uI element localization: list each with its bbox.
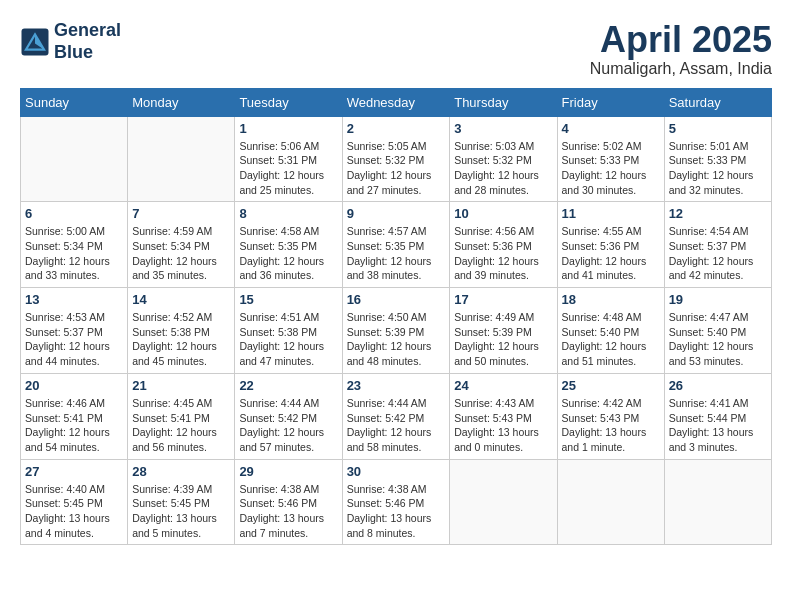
day-number: 2 <box>347 121 446 136</box>
day-number: 27 <box>25 464 123 479</box>
calendar-header: SundayMondayTuesdayWednesdayThursdayFrid… <box>21 88 772 116</box>
day-number: 25 <box>562 378 660 393</box>
calendar-week-row: 13Sunrise: 4:53 AM Sunset: 5:37 PM Dayli… <box>21 288 772 374</box>
day-info: Sunrise: 4:53 AM Sunset: 5:37 PM Dayligh… <box>25 310 123 369</box>
weekday-header-saturday: Saturday <box>664 88 771 116</box>
weekday-header-wednesday: Wednesday <box>342 88 450 116</box>
day-info: Sunrise: 4:38 AM Sunset: 5:46 PM Dayligh… <box>347 482 446 541</box>
calendar-day-cell: 22Sunrise: 4:44 AM Sunset: 5:42 PM Dayli… <box>235 373 342 459</box>
logo: General Blue <box>20 20 121 63</box>
calendar-day-cell <box>664 459 771 545</box>
day-number: 29 <box>239 464 337 479</box>
day-info: Sunrise: 4:59 AM Sunset: 5:34 PM Dayligh… <box>132 224 230 283</box>
calendar-day-cell: 7Sunrise: 4:59 AM Sunset: 5:34 PM Daylig… <box>128 202 235 288</box>
calendar-day-cell: 10Sunrise: 4:56 AM Sunset: 5:36 PM Dayli… <box>450 202 557 288</box>
calendar-day-cell: 29Sunrise: 4:38 AM Sunset: 5:46 PM Dayli… <box>235 459 342 545</box>
calendar-day-cell: 25Sunrise: 4:42 AM Sunset: 5:43 PM Dayli… <box>557 373 664 459</box>
calendar-day-cell: 18Sunrise: 4:48 AM Sunset: 5:40 PM Dayli… <box>557 288 664 374</box>
day-number: 30 <box>347 464 446 479</box>
day-info: Sunrise: 5:03 AM Sunset: 5:32 PM Dayligh… <box>454 139 552 198</box>
day-number: 10 <box>454 206 552 221</box>
day-number: 13 <box>25 292 123 307</box>
logo-line1: General <box>54 20 121 42</box>
day-number: 21 <box>132 378 230 393</box>
day-number: 3 <box>454 121 552 136</box>
day-number: 17 <box>454 292 552 307</box>
day-info: Sunrise: 5:06 AM Sunset: 5:31 PM Dayligh… <box>239 139 337 198</box>
day-number: 12 <box>669 206 767 221</box>
calendar-day-cell: 12Sunrise: 4:54 AM Sunset: 5:37 PM Dayli… <box>664 202 771 288</box>
day-info: Sunrise: 4:44 AM Sunset: 5:42 PM Dayligh… <box>239 396 337 455</box>
calendar-day-cell: 21Sunrise: 4:45 AM Sunset: 5:41 PM Dayli… <box>128 373 235 459</box>
day-number: 9 <box>347 206 446 221</box>
day-info: Sunrise: 4:45 AM Sunset: 5:41 PM Dayligh… <box>132 396 230 455</box>
logo-line2: Blue <box>54 42 121 64</box>
calendar-day-cell: 2Sunrise: 5:05 AM Sunset: 5:32 PM Daylig… <box>342 116 450 202</box>
calendar-day-cell: 17Sunrise: 4:49 AM Sunset: 5:39 PM Dayli… <box>450 288 557 374</box>
weekday-header-tuesday: Tuesday <box>235 88 342 116</box>
calendar-day-cell <box>557 459 664 545</box>
calendar-day-cell: 28Sunrise: 4:39 AM Sunset: 5:45 PM Dayli… <box>128 459 235 545</box>
day-number: 15 <box>239 292 337 307</box>
day-info: Sunrise: 4:58 AM Sunset: 5:35 PM Dayligh… <box>239 224 337 283</box>
calendar-day-cell <box>128 116 235 202</box>
day-info: Sunrise: 5:00 AM Sunset: 5:34 PM Dayligh… <box>25 224 123 283</box>
calendar-day-cell <box>450 459 557 545</box>
day-number: 18 <box>562 292 660 307</box>
day-info: Sunrise: 4:48 AM Sunset: 5:40 PM Dayligh… <box>562 310 660 369</box>
calendar-day-cell: 8Sunrise: 4:58 AM Sunset: 5:35 PM Daylig… <box>235 202 342 288</box>
title-area: April 2025 Numaligarh, Assam, India <box>590 20 772 78</box>
weekday-header-row: SundayMondayTuesdayWednesdayThursdayFrid… <box>21 88 772 116</box>
month-title: April 2025 <box>590 20 772 60</box>
day-number: 19 <box>669 292 767 307</box>
calendar-day-cell: 16Sunrise: 4:50 AM Sunset: 5:39 PM Dayli… <box>342 288 450 374</box>
calendar-table: SundayMondayTuesdayWednesdayThursdayFrid… <box>20 88 772 546</box>
calendar-day-cell: 4Sunrise: 5:02 AM Sunset: 5:33 PM Daylig… <box>557 116 664 202</box>
day-info: Sunrise: 4:51 AM Sunset: 5:38 PM Dayligh… <box>239 310 337 369</box>
calendar-day-cell: 23Sunrise: 4:44 AM Sunset: 5:42 PM Dayli… <box>342 373 450 459</box>
day-info: Sunrise: 5:01 AM Sunset: 5:33 PM Dayligh… <box>669 139 767 198</box>
calendar-week-row: 20Sunrise: 4:46 AM Sunset: 5:41 PM Dayli… <box>21 373 772 459</box>
calendar-day-cell: 20Sunrise: 4:46 AM Sunset: 5:41 PM Dayli… <box>21 373 128 459</box>
weekday-header-friday: Friday <box>557 88 664 116</box>
day-number: 28 <box>132 464 230 479</box>
weekday-header-thursday: Thursday <box>450 88 557 116</box>
calendar-week-row: 6Sunrise: 5:00 AM Sunset: 5:34 PM Daylig… <box>21 202 772 288</box>
day-info: Sunrise: 4:47 AM Sunset: 5:40 PM Dayligh… <box>669 310 767 369</box>
day-info: Sunrise: 4:49 AM Sunset: 5:39 PM Dayligh… <box>454 310 552 369</box>
day-number: 20 <box>25 378 123 393</box>
day-number: 7 <box>132 206 230 221</box>
calendar-body: 1Sunrise: 5:06 AM Sunset: 5:31 PM Daylig… <box>21 116 772 545</box>
day-info: Sunrise: 4:55 AM Sunset: 5:36 PM Dayligh… <box>562 224 660 283</box>
day-number: 23 <box>347 378 446 393</box>
day-number: 5 <box>669 121 767 136</box>
calendar-day-cell: 13Sunrise: 4:53 AM Sunset: 5:37 PM Dayli… <box>21 288 128 374</box>
weekday-header-sunday: Sunday <box>21 88 128 116</box>
calendar-day-cell: 15Sunrise: 4:51 AM Sunset: 5:38 PM Dayli… <box>235 288 342 374</box>
day-info: Sunrise: 5:05 AM Sunset: 5:32 PM Dayligh… <box>347 139 446 198</box>
calendar-day-cell <box>21 116 128 202</box>
calendar-day-cell: 24Sunrise: 4:43 AM Sunset: 5:43 PM Dayli… <box>450 373 557 459</box>
weekday-header-monday: Monday <box>128 88 235 116</box>
day-info: Sunrise: 4:50 AM Sunset: 5:39 PM Dayligh… <box>347 310 446 369</box>
day-info: Sunrise: 4:54 AM Sunset: 5:37 PM Dayligh… <box>669 224 767 283</box>
day-number: 4 <box>562 121 660 136</box>
calendar-day-cell: 14Sunrise: 4:52 AM Sunset: 5:38 PM Dayli… <box>128 288 235 374</box>
day-number: 11 <box>562 206 660 221</box>
calendar-day-cell: 6Sunrise: 5:00 AM Sunset: 5:34 PM Daylig… <box>21 202 128 288</box>
day-info: Sunrise: 4:46 AM Sunset: 5:41 PM Dayligh… <box>25 396 123 455</box>
day-number: 16 <box>347 292 446 307</box>
day-info: Sunrise: 4:43 AM Sunset: 5:43 PM Dayligh… <box>454 396 552 455</box>
day-info: Sunrise: 4:39 AM Sunset: 5:45 PM Dayligh… <box>132 482 230 541</box>
header: General Blue April 2025 Numaligarh, Assa… <box>20 20 772 78</box>
day-number: 8 <box>239 206 337 221</box>
day-number: 22 <box>239 378 337 393</box>
day-number: 1 <box>239 121 337 136</box>
calendar-week-row: 27Sunrise: 4:40 AM Sunset: 5:45 PM Dayli… <box>21 459 772 545</box>
day-info: Sunrise: 4:41 AM Sunset: 5:44 PM Dayligh… <box>669 396 767 455</box>
calendar-day-cell: 5Sunrise: 5:01 AM Sunset: 5:33 PM Daylig… <box>664 116 771 202</box>
calendar-day-cell: 9Sunrise: 4:57 AM Sunset: 5:35 PM Daylig… <box>342 202 450 288</box>
day-info: Sunrise: 4:44 AM Sunset: 5:42 PM Dayligh… <box>347 396 446 455</box>
calendar-day-cell: 19Sunrise: 4:47 AM Sunset: 5:40 PM Dayli… <box>664 288 771 374</box>
calendar-day-cell: 27Sunrise: 4:40 AM Sunset: 5:45 PM Dayli… <box>21 459 128 545</box>
